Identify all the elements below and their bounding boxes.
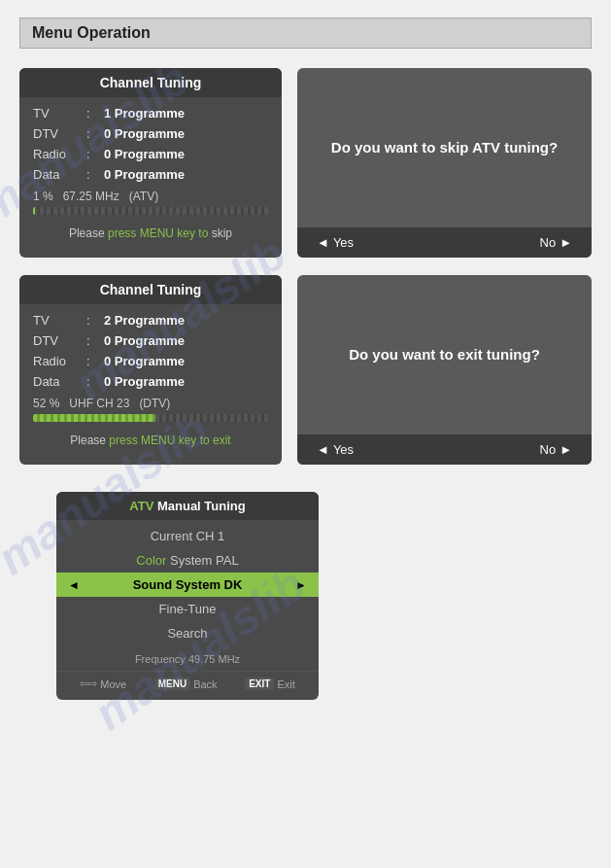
main-content: Channel Tuning TV : 1 Programme DTV : 0 … <box>0 68 611 700</box>
dtv-value: 0 Programme <box>104 126 185 141</box>
atv-item-fine-tune[interactable]: Fine-Tune <box>56 597 319 621</box>
tuning-row-data-2: Data : 0 Programme <box>19 371 282 392</box>
progress-bar-1 <box>33 207 268 215</box>
atv-item-sound-system[interactable]: ◄ Sound System DK ► <box>56 573 319 597</box>
exit-label: Exit <box>277 678 294 690</box>
radio-value: 0 Programme <box>104 147 185 161</box>
atv-header-suffix: Manual Tuning <box>157 499 246 513</box>
row-2: Channel Tuning TV : 2 Programme DTV : 0 … <box>19 275 592 465</box>
yes-label-2: Yes <box>333 442 354 457</box>
atv-item-search-label: Search <box>167 626 207 641</box>
progress-freq-2: UHF CH 23 <box>69 397 129 410</box>
yes-label: Yes <box>333 235 354 250</box>
progress-percent-1: 1 % <box>33 190 53 203</box>
menu-back-label: Back <box>193 678 217 690</box>
right-arrow-icon: ► <box>295 578 307 592</box>
progress-bar-2 <box>33 414 268 422</box>
tuning-panel-2-header: Channel Tuning <box>19 275 282 304</box>
progress-type-2: (DTV) <box>139 397 170 410</box>
radio-value-2: 0 Programme <box>104 354 185 368</box>
left-arrow-icon: ◄ <box>68 578 80 592</box>
no-label-2: No <box>540 442 557 457</box>
data-value-2: 0 Programme <box>104 374 185 389</box>
tuning-row-data-1: Data : 0 Programme <box>19 164 282 185</box>
tuning-row-radio-2: Radio : 0 Programme <box>19 351 282 371</box>
tuning-row-tv-2: TV : 2 Programme <box>19 310 282 330</box>
atv-bottom-bar: ⇦⇨ Move MENU Back EXIT Exit <box>56 671 319 692</box>
page-title: Menu Operation <box>32 24 151 41</box>
dialog-2-footer: ◄ Yes No ► <box>297 434 592 465</box>
tuning-row-dtv-2: DTV : 0 Programme <box>19 330 282 351</box>
dtv-value-2: 0 Programme <box>104 333 185 348</box>
row-1: Channel Tuning TV : 1 Programme DTV : 0 … <box>19 68 592 258</box>
dialog-panel-1: Do you want to skip ATV tuning? ◄ Yes No… <box>297 68 592 258</box>
exit-control: EXIT Exit <box>245 677 295 690</box>
atv-frequency: Frequency 49.75 MHz <box>56 653 319 665</box>
tuning-panel-2: Channel Tuning TV : 2 Programme DTV : 0 … <box>19 275 282 465</box>
tuning-row-radio-1: Radio : 0 Programme <box>19 144 282 164</box>
tuning-row-dtv-1: DTV : 0 Programme <box>19 123 282 144</box>
dtv-label: DTV <box>33 126 86 141</box>
dialog-2-yes[interactable]: ◄ Yes <box>317 442 354 457</box>
progress-type-1: (ATV) <box>129 190 158 203</box>
atv-header: ATV Manual Tuning <box>56 492 319 520</box>
tuning-panel-1-header: Channel Tuning <box>19 68 282 97</box>
data-value: 0 Programme <box>104 167 185 182</box>
dialog-1-question: Do you want to skip ATV tuning? <box>331 137 558 159</box>
yes-arrow-icon: ◄ <box>317 235 329 250</box>
atv-manual-tuning-panel: ATV Manual Tuning Current CH 1 Color Sys… <box>56 492 319 700</box>
atv-item-fine-tune-label: Fine-Tune <box>159 602 217 616</box>
tv-value-2: 2 Programme <box>104 313 185 328</box>
move-arrows-icon: ⇦⇨ <box>80 677 97 690</box>
dialog-1-yes[interactable]: ◄ Yes <box>317 235 354 250</box>
atv-item-current-ch-label: Current CH 1 <box>151 529 225 543</box>
data-label: Data <box>33 167 86 182</box>
atv-item-color-system[interactable]: Color System PAL <box>56 548 319 573</box>
progress-info-2: 52 % UHF CH 23 (DTV) <box>19 392 282 430</box>
dialog-1-footer: ◄ Yes No ► <box>297 227 592 258</box>
no-arrow-icon: ► <box>560 235 572 250</box>
dialog-2-no[interactable]: No ► <box>540 442 573 457</box>
dialog-panel-2: Do you want to exit tuning? ◄ Yes No ► <box>297 275 592 465</box>
tuning-row-tv-1: TV : 1 Programme <box>19 103 282 123</box>
atv-item-current-ch[interactable]: Current CH 1 <box>56 524 319 548</box>
skip-message-1: Please press MENU key to skip <box>19 226 282 240</box>
menu-control: MENU Back <box>154 677 218 690</box>
progress-freq-1: 67.25 MHz <box>63 190 119 203</box>
dialog-1-no[interactable]: No ► <box>540 235 573 250</box>
move-label: Move <box>100 678 126 690</box>
exit-key-badge: EXIT <box>245 677 274 690</box>
tv-label: TV <box>33 106 86 121</box>
tuning-panel-1: Channel Tuning TV : 1 Programme DTV : 0 … <box>19 68 282 258</box>
move-control: ⇦⇨ Move <box>80 677 126 690</box>
atv-item-sound-system-label: Sound System DK <box>133 577 243 592</box>
no-arrow-icon-2: ► <box>560 442 572 457</box>
tv-value: 1 Programme <box>104 106 185 121</box>
atv-section: ATV Manual Tuning Current CH 1 Color Sys… <box>19 482 592 700</box>
atv-label: ATV <box>129 499 153 513</box>
yes-arrow-icon-2: ◄ <box>317 442 329 457</box>
atv-item-color-system-label: Color System PAL <box>136 553 238 568</box>
radio-label: Radio <box>33 147 86 161</box>
dialog-2-question: Do you want to exit tuning? <box>349 344 540 366</box>
page-header: Menu Operation <box>19 17 592 49</box>
progress-info-1: 1 % 67.25 MHz (ATV) <box>19 185 282 223</box>
atv-item-search[interactable]: Search <box>56 621 319 645</box>
menu-key-badge: MENU <box>154 677 190 690</box>
progress-percent-2: 52 % <box>33 397 59 410</box>
no-label: No <box>540 235 557 250</box>
skip-message-2: Please press MENU key to exit <box>19 434 282 447</box>
